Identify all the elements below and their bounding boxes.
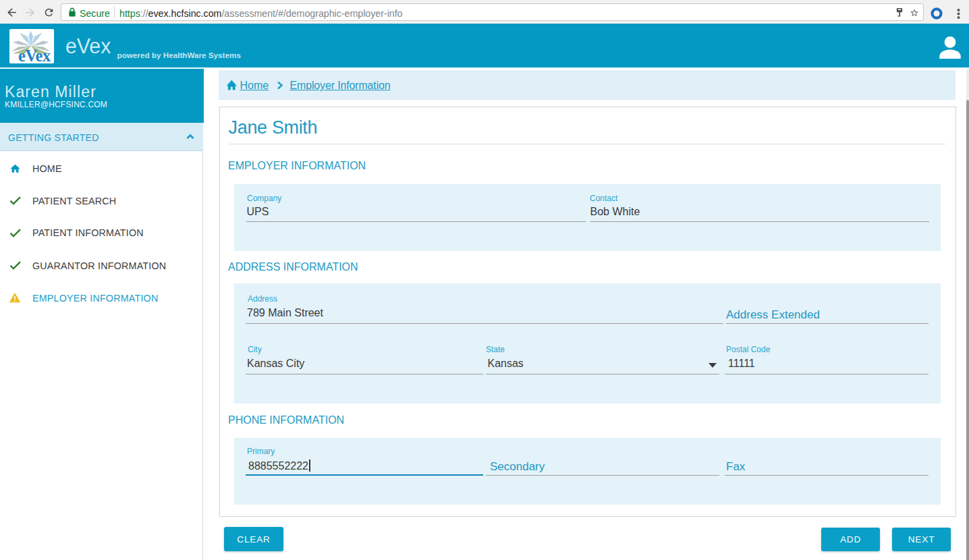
svg-text:eVex: eVex (18, 47, 51, 63)
